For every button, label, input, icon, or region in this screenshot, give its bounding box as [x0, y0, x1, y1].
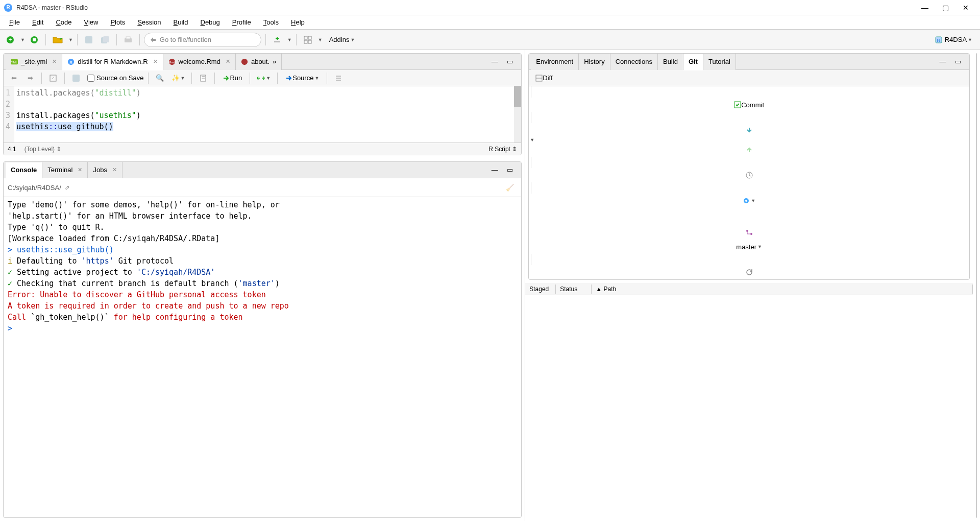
tab-build[interactable]: Build — [658, 54, 683, 70]
tab-terminal[interactable]: Terminal✕ — [42, 162, 88, 178]
more-tabs-icon[interactable]: » — [273, 58, 276, 65]
minimize-pane-icon[interactable]: — — [487, 55, 502, 69]
tab-site-yml[interactable]: YML_site.yml✕ — [6, 54, 62, 70]
files-breadcrumb: › C: › syiqah › R4DSA ⋯ — [976, 90, 977, 109]
col-status[interactable]: Status — [556, 285, 592, 294]
menu-file[interactable]: File — [3, 16, 26, 28]
tab-environment[interactable]: Environment — [531, 54, 579, 70]
minimize-pane-icon[interactable]: — — [487, 163, 502, 177]
insert-section-button[interactable] — [270, 33, 284, 47]
close-window-button[interactable]: ✕ — [955, 4, 976, 12]
back-button[interactable]: ⬅ — [7, 71, 21, 85]
run-button[interactable]: Run — [219, 71, 246, 85]
wand-icon[interactable]: ✨ ▼ — [169, 71, 188, 85]
project-menu[interactable]: RR4DSA ▼ — [930, 33, 977, 47]
minimize-button[interactable]: — — [915, 4, 935, 12]
close-tab-icon[interactable]: ✕ — [52, 58, 57, 65]
maximize-button[interactable]: ▢ — [935, 4, 955, 12]
grid-button[interactable] — [301, 33, 315, 47]
git-diff-button[interactable]: Diff — [532, 71, 556, 85]
show-in-new-window-icon[interactable] — [46, 71, 60, 85]
forward-button[interactable]: ➡ — [23, 71, 37, 85]
col-name[interactable]: ▲ Name — [976, 108, 977, 122]
goto-file-function-input[interactable]: Go to file/function — [144, 33, 261, 47]
tab-connections[interactable]: Connections — [610, 54, 658, 70]
maximize-pane-icon[interactable]: ▭ — [951, 55, 965, 69]
rstudio-app-icon: R — [4, 4, 12, 12]
code-editor[interactable]: install.packages("distill") install.pack… — [14, 86, 514, 143]
git-pull-icon[interactable] — [529, 123, 969, 137]
svg-rect-6 — [103, 36, 109, 42]
addins-button[interactable]: Addins ▼ — [325, 33, 360, 47]
editor-scrollbar[interactable] — [514, 86, 521, 107]
tab-console[interactable]: Console — [6, 162, 42, 179]
git-commit-button[interactable]: Commit — [529, 98, 969, 112]
notebook-icon[interactable] — [196, 71, 210, 85]
col-staged[interactable]: Staged — [525, 285, 556, 294]
svg-rect-3 — [33, 38, 36, 41]
git-push-icon[interactable] — [529, 143, 969, 157]
tab-about[interactable]: about.» — [236, 54, 282, 70]
svg-point-38 — [745, 200, 747, 202]
source-button[interactable]: Source ▼ — [282, 71, 323, 85]
new-branch-icon[interactable] — [529, 225, 969, 240]
insert-dropdown[interactable]: ▼ — [287, 37, 292, 42]
menu-session[interactable]: Session — [131, 16, 167, 28]
console-wd-link-icon[interactable]: ⇗ — [64, 184, 70, 192]
open-recent-dropdown[interactable]: ▼ — [68, 37, 73, 42]
refresh-icon[interactable] — [529, 265, 969, 279]
clear-console-icon[interactable]: 🧹 — [503, 180, 517, 195]
close-tab-icon[interactable]: ✕ — [226, 58, 230, 65]
new-file-button[interactable]: + — [3, 33, 17, 47]
file-type-selector[interactable]: R Script ⇕ — [488, 146, 517, 153]
console-output[interactable]: Type 'demo()' for some demos, 'help()' f… — [4, 197, 521, 517]
tab-tutorial[interactable]: Tutorial — [703, 54, 736, 70]
svg-point-39 — [746, 230, 748, 232]
git-more-icon[interactable]: ▼ — [529, 194, 969, 208]
pane-layout-dropdown[interactable]: ▼ — [318, 37, 323, 42]
menu-plots[interactable]: Plots — [104, 16, 131, 28]
svg-rect-13 — [308, 36, 311, 39]
new-file-dropdown[interactable]: ▼ — [20, 37, 25, 42]
console-wd: C:/syiqah/R4DSA/ — [8, 184, 61, 192]
tab-git[interactable]: Git — [683, 54, 703, 70]
svg-text:R: R — [937, 38, 940, 43]
scope-selector[interactable]: (Top Level) ⇕ — [24, 146, 62, 153]
menu-debug[interactable]: Debug — [194, 16, 226, 28]
menu-tools[interactable]: Tools — [257, 16, 285, 28]
tab-history[interactable]: History — [579, 54, 610, 70]
main-toolbar: + ▼ ▼ Go to file/function ▼ ▼ Addins ▼ R… — [0, 30, 980, 50]
new-project-button[interactable] — [27, 33, 41, 47]
cursor-position: 4:1 — [8, 146, 16, 153]
find-icon[interactable]: 🔍 — [153, 71, 167, 85]
svg-text:R: R — [69, 60, 72, 64]
outline-icon[interactable] — [331, 71, 346, 85]
menu-view[interactable]: View — [78, 16, 104, 28]
save-all-button[interactable] — [98, 33, 112, 47]
svg-text:YML: YML — [11, 60, 18, 63]
col-path[interactable]: ▲ Path — [592, 285, 973, 294]
menu-edit[interactable]: Edit — [26, 16, 50, 28]
editor-save-button[interactable] — [69, 71, 83, 85]
rerun-icon[interactable]: ▼ — [254, 71, 273, 85]
maximize-pane-icon[interactable]: ▭ — [503, 163, 517, 177]
minimize-pane-icon[interactable]: — — [936, 55, 950, 69]
tab-welcome-rmd[interactable]: Rmdwelcome.Rmd✕ — [163, 54, 236, 70]
open-file-button[interactable] — [50, 33, 65, 47]
window-title: R4DSA - master - RStudio — [16, 4, 915, 11]
menu-code[interactable]: Code — [50, 16, 78, 28]
editor-tabs: YML_site.yml✕ Rdistill for R Markdown.R✕… — [4, 54, 521, 70]
save-button[interactable] — [82, 33, 96, 47]
branch-selector[interactable]: master ▼ — [529, 240, 969, 254]
source-on-save-checkbox[interactable]: Source on Save — [87, 74, 144, 82]
tab-distill-r[interactable]: Rdistill for R Markdown.R✕ — [62, 54, 163, 70]
maximize-pane-icon[interactable]: ▭ — [503, 55, 517, 69]
menu-build[interactable]: Build — [167, 16, 194, 28]
git-history-icon[interactable] — [529, 168, 969, 182]
menu-help[interactable]: Help — [285, 16, 311, 28]
tab-jobs[interactable]: Jobs✕ — [88, 162, 122, 178]
svg-text:Rmd: Rmd — [169, 60, 175, 63]
close-tab-icon[interactable]: ✕ — [153, 58, 158, 65]
print-button[interactable] — [121, 33, 135, 47]
menu-profile[interactable]: Profile — [226, 16, 257, 28]
